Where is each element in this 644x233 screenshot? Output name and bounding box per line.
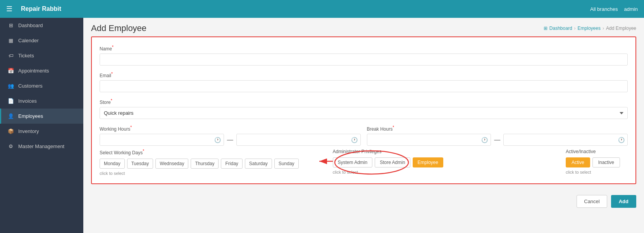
breadcrumb-sep1: › — [574, 26, 576, 31]
appointments-icon: 📅 — [7, 68, 14, 74]
sidebar-item-customers[interactable]: 👥 Customers — [0, 78, 83, 93]
sidebar-item-label: Calender — [18, 38, 39, 43]
priv-employee[interactable]: Employee — [413, 157, 443, 167]
store-label: Store* — [100, 98, 628, 105]
working-hours-start-wrap: 🕐 — [100, 134, 224, 146]
sidebar-item-inventory[interactable]: 📦 Inventory — [0, 124, 83, 139]
break-hours-end-wrap: 🕐 — [503, 134, 628, 146]
breadcrumb-sep2: › — [603, 26, 604, 31]
sidebar-item-label: Invoices — [18, 98, 37, 104]
top-nav: ☰ Repair Rabbit All branches admin — [0, 0, 644, 18]
active-inactive-section: Active/Inactive Active Inactive click to… — [566, 149, 628, 174]
sidebar-item-label: Appointments — [18, 68, 49, 74]
break-hours-inputs: 🕐 — 🕐 — [367, 134, 628, 146]
break-hours-dash: — — [494, 136, 500, 143]
break-hours-start-wrap: 🕐 — [367, 134, 491, 146]
admin-priv-section: Administrator Privileges System Admin St… — [333, 149, 557, 174]
days-click-to-select: click to select — [100, 171, 324, 176]
sidebar-item-calender[interactable]: ▦ Calender — [0, 33, 83, 48]
admin-priv-label: Administrator Privileges — [333, 149, 557, 154]
tickets-icon: 🏷 — [7, 53, 14, 59]
status-click-to-select: click to select — [566, 170, 628, 174]
day-sunday[interactable]: Sunday — [274, 159, 299, 169]
breadcrumb-employees[interactable]: Employees — [578, 26, 601, 31]
working-days-label: Select Working Days* — [100, 149, 324, 155]
break-hours-label: Break Hours* — [367, 125, 628, 132]
working-days-section: Select Working Days* Monday Tuesday Wedn… — [100, 149, 324, 176]
hours-dash: — — [227, 136, 233, 143]
priv-click-to-select: click to select — [333, 170, 557, 174]
sidebar-item-invoices[interactable]: 📄 Invoices — [0, 93, 83, 109]
working-hours-start[interactable] — [100, 134, 224, 146]
status-buttons: Active Inactive — [566, 157, 628, 167]
days-grid: Monday Tuesday Wednseday Thursday Friday… — [100, 159, 324, 169]
invoices-icon: 📄 — [7, 98, 14, 104]
break-hours-start[interactable] — [367, 134, 491, 146]
store-group: Store* Quick repairs — [100, 98, 628, 119]
customers-icon: 👥 — [7, 83, 14, 89]
calender-icon: ▦ — [7, 38, 14, 43]
add-employee-form: Name* Email* Store* Quick repairs — [91, 36, 636, 184]
sidebar-item-employees[interactable]: 👤 Employees — [0, 109, 83, 124]
main-content: Add Employee ⊞ Dashboard › Employees › A… — [83, 18, 644, 233]
working-hours-end-wrap: 🕐 — [236, 134, 361, 146]
breadcrumb-current: Add Employee — [606, 26, 636, 31]
priv-buttons: System Admin Store Admin Employee — [333, 157, 557, 167]
sidebar-item-label: Customers — [18, 83, 43, 89]
admin-menu[interactable]: admin — [624, 6, 638, 12]
sidebar-item-master-management[interactable]: ⚙ Master Management — [0, 139, 83, 154]
email-input[interactable] — [100, 80, 628, 92]
status-active[interactable]: Active — [566, 157, 590, 167]
working-hours-inputs: 🕐 — 🕐 — [100, 134, 361, 146]
priv-system-admin[interactable]: System Admin — [333, 157, 373, 167]
store-select[interactable]: Quick repairs — [100, 107, 628, 119]
email-group: Email* — [100, 72, 628, 92]
sidebar-item-appointments[interactable]: 📅 Appointments — [0, 63, 83, 78]
sidebar-item-label: Dashboard — [18, 22, 43, 28]
working-hours-end[interactable] — [236, 134, 361, 146]
day-wednesday[interactable]: Wednseday — [155, 159, 188, 169]
brand-logo: Repair Rabbit — [21, 5, 61, 12]
master-mgmt-icon: ⚙ — [7, 143, 14, 149]
cancel-button[interactable]: Cancel — [577, 195, 607, 208]
page-header: Add Employee ⊞ Dashboard › Employees › A… — [83, 18, 644, 36]
sidebar: ⊞ Dashboard ▦ Calender 🏷 Tickets 📅 Appoi… — [0, 18, 83, 233]
breadcrumb-dashboard[interactable]: Dashboard — [549, 26, 572, 31]
hamburger-icon[interactable]: ☰ — [6, 5, 12, 13]
footer-actions: Cancel Add — [83, 190, 644, 212]
sidebar-item-tickets[interactable]: 🏷 Tickets — [0, 48, 83, 63]
bottom-section: Select Working Days* Monday Tuesday Wedn… — [100, 149, 628, 176]
top-nav-right: All branches admin — [590, 6, 638, 12]
email-label: Email* — [100, 72, 628, 78]
day-monday[interactable]: Monday — [100, 159, 125, 169]
sidebar-item-label: Tickets — [18, 53, 34, 59]
dashboard-icon: ⊞ — [7, 22, 14, 28]
sidebar-item-label: Employees — [18, 113, 43, 119]
active-inactive-label: Active/Inactive — [566, 149, 628, 154]
day-tuesday[interactable]: Tuesday — [127, 159, 153, 169]
break-hours-col: Break Hours* 🕐 — 🕐 — [367, 125, 628, 146]
breadcrumb: ⊞ Dashboard › Employees › Add Employee — [544, 26, 636, 31]
name-label: Name* — [100, 45, 628, 52]
breadcrumb-dashboard-icon: ⊞ — [544, 26, 548, 31]
branches-selector[interactable]: All branches — [590, 6, 618, 12]
working-hours-col: Working Hours* 🕐 — 🕐 — [100, 125, 361, 146]
sidebar-item-dashboard[interactable]: ⊞ Dashboard — [0, 18, 83, 33]
name-input[interactable] — [100, 54, 628, 66]
sidebar-item-label: Inventory — [18, 128, 39, 134]
add-button[interactable]: Add — [611, 195, 636, 208]
sidebar-item-label: Master Management — [18, 143, 64, 149]
clock-icon-break-start: 🕐 — [481, 137, 488, 143]
employees-icon: 👤 — [7, 113, 14, 119]
day-friday[interactable]: Friday — [221, 159, 242, 169]
break-hours-end[interactable] — [503, 134, 628, 146]
clock-icon-start: 🕐 — [214, 137, 221, 143]
inventory-icon: 📦 — [7, 128, 14, 134]
status-inactive[interactable]: Inactive — [592, 157, 620, 167]
page-title: Add Employee — [91, 23, 146, 33]
day-thursday[interactable]: Thursday — [191, 159, 219, 169]
day-saturday[interactable]: Saturday — [245, 159, 272, 169]
clock-icon-break-end: 🕐 — [618, 137, 625, 143]
working-hours-label: Working Hours* — [100, 125, 361, 132]
priv-store-admin[interactable]: Store Admin — [375, 157, 410, 167]
